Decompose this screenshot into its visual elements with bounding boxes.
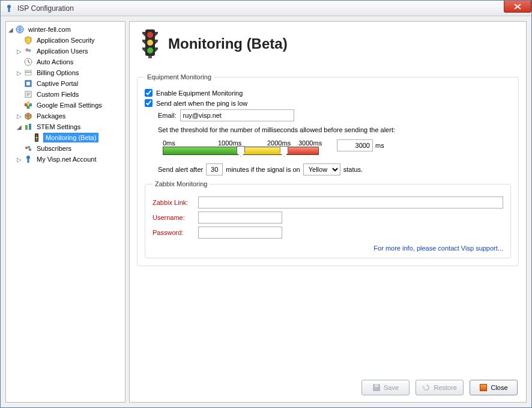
footer-bar: Save Restore Close: [130, 373, 526, 402]
tree-item-my-account[interactable]: ▷ My Visp.net Account: [7, 154, 124, 165]
expand-icon[interactable]: ▷: [16, 70, 23, 76]
email-input[interactable]: [180, 109, 294, 121]
threshold-ticks: 0ms 1000ms 2000ms 3000ms: [163, 139, 319, 147]
svg-point-22: [28, 146, 30, 148]
tree-item-google-email[interactable]: Google Email Settings: [7, 100, 124, 111]
threshold-handle-2[interactable]: [280, 146, 288, 157]
svg-point-29: [147, 40, 153, 46]
after-status-select[interactable]: Yellow: [303, 163, 340, 175]
threshold-yellow-segment: [241, 147, 284, 154]
window: ISP Configuration ◢ winter-fell.com Appl…: [0, 0, 532, 408]
zabbix-pass-input[interactable]: [198, 227, 282, 239]
svg-rect-27: [148, 56, 152, 58]
app-icon: [4, 4, 14, 13]
svg-rect-14: [27, 106, 30, 109]
traffic-light-icon: [138, 29, 162, 59]
save-icon: [372, 383, 381, 392]
tree-item-custom-fields[interactable]: Custom Fields: [7, 89, 124, 100]
svg-rect-16: [29, 124, 31, 130]
threshold-green-segment: [163, 147, 241, 154]
tree-item-app-security[interactable]: Application Security: [7, 35, 124, 46]
window-close-button[interactable]: [504, 1, 531, 13]
after-suffix: status.: [343, 166, 363, 173]
portal-icon: [23, 79, 33, 88]
tree-root[interactable]: ◢ winter-fell.com: [7, 24, 124, 35]
tree-item-auto-actions[interactable]: Auto Actions: [7, 56, 124, 67]
svg-rect-13: [27, 102, 30, 105]
zabbix-group: Zabbix Monitoring Zabbix Link: Username:…: [145, 180, 511, 258]
tree-item-monitoring[interactable]: Monitoring (Beta): [7, 132, 124, 143]
enable-equipment-checkbox[interactable]: [145, 89, 153, 97]
svg-point-18: [35, 134, 37, 136]
globe-icon: [15, 25, 25, 34]
subscribers-icon: [23, 144, 33, 153]
shield-icon: [23, 35, 33, 45]
after-minutes-input[interactable]: [206, 163, 223, 175]
svg-rect-15: [25, 125, 28, 130]
tree-root-label: winter-fell.com: [26, 25, 73, 34]
threshold-red-segment: [284, 147, 318, 154]
after-prefix: Send alert after: [158, 166, 203, 173]
tree-panel[interactable]: ◢ winter-fell.com Application Security ▷…: [5, 21, 125, 403]
save-button[interactable]: Save: [361, 380, 410, 395]
zabbix-pass-label: Password:: [153, 229, 198, 236]
svg-point-19: [35, 136, 37, 138]
titlebar: ISP Configuration: [1, 1, 531, 16]
zabbix-user-input[interactable]: [198, 212, 282, 224]
collapse-icon[interactable]: ◢: [7, 26, 14, 33]
tree-item-billing[interactable]: ▷ Billing Options: [7, 67, 124, 78]
tree-item-subscribers[interactable]: Subscribers: [7, 143, 124, 154]
after-mid: minutes if the signal is on: [226, 166, 300, 173]
send-alert-label: Send alert when the ping is low: [156, 100, 247, 107]
send-alert-checkbox[interactable]: [145, 99, 153, 107]
zabbix-link-label: Zabbix Link:: [153, 199, 198, 206]
google-icon: [23, 100, 33, 110]
threshold-intro: Set the threshold for the number of mill…: [158, 126, 395, 133]
support-link[interactable]: For more info, please contact Visp suppo…: [153, 245, 503, 252]
svg-point-20: [35, 139, 37, 141]
enable-row: Enable Equipment Monitoring: [145, 89, 511, 97]
tree-item-app-users[interactable]: ▷ Application Users: [7, 46, 124, 56]
email-row: Email:: [158, 109, 511, 121]
tree-item-stem[interactable]: ◢ STEM Settings: [7, 121, 124, 132]
tree-item-packages[interactable]: ▷ Packages: [7, 111, 124, 121]
collapse-icon[interactable]: ◢: [16, 124, 23, 130]
threshold-slider[interactable]: [163, 147, 319, 155]
equipment-legend: Equipment Monitoring: [145, 73, 214, 81]
tree-item-captive-portal[interactable]: Captive Portal: [7, 78, 124, 89]
close-button[interactable]: Close: [470, 380, 518, 395]
enable-equipment-label: Enable Equipment Monitoring: [156, 90, 243, 97]
restore-icon: [422, 383, 431, 392]
svg-point-30: [147, 47, 153, 53]
page-title: Monitoring (Beta): [168, 35, 288, 52]
page-header: Monitoring (Beta): [130, 22, 526, 73]
svg-rect-9: [26, 82, 30, 85]
threshold-row: 0ms 1000ms 2000ms 3000ms: [145, 136, 511, 155]
after-row: Send alert after minutes if the signal i…: [158, 163, 511, 175]
body: ◢ winter-fell.com Application Security ▷…: [1, 16, 531, 407]
users-icon: [23, 46, 33, 56]
expand-icon[interactable]: ▷: [16, 113, 23, 120]
svg-rect-32: [375, 385, 378, 387]
restore-button[interactable]: Restore: [416, 380, 464, 395]
svg-point-23: [29, 148, 31, 151]
packages-icon: [23, 111, 33, 121]
threshold-value-input[interactable]: [337, 139, 373, 151]
window-title: ISP Configuration: [17, 4, 74, 13]
traffic-light-icon: [32, 133, 41, 142]
expand-icon[interactable]: ▷: [16, 48, 23, 55]
threshold-handle-1[interactable]: [237, 146, 245, 157]
tree-item-monitoring-label: Monitoring (Beta): [43, 133, 98, 142]
svg-point-4: [28, 49, 31, 52]
close-icon: [479, 383, 488, 392]
svg-point-21: [25, 147, 28, 149]
zabbix-link-input[interactable]: [198, 196, 503, 209]
expand-icon[interactable]: ▷: [16, 156, 23, 163]
email-label: Email:: [158, 112, 177, 119]
billing-icon: [23, 68, 33, 78]
zabbix-user-label: Username:: [153, 214, 198, 221]
svg-point-28: [147, 32, 153, 38]
clock-icon: [23, 57, 33, 67]
zabbix-user-row: Username:: [153, 212, 503, 224]
equipment-monitoring-group: Equipment Monitoring Enable Equipment Mo…: [137, 73, 519, 266]
